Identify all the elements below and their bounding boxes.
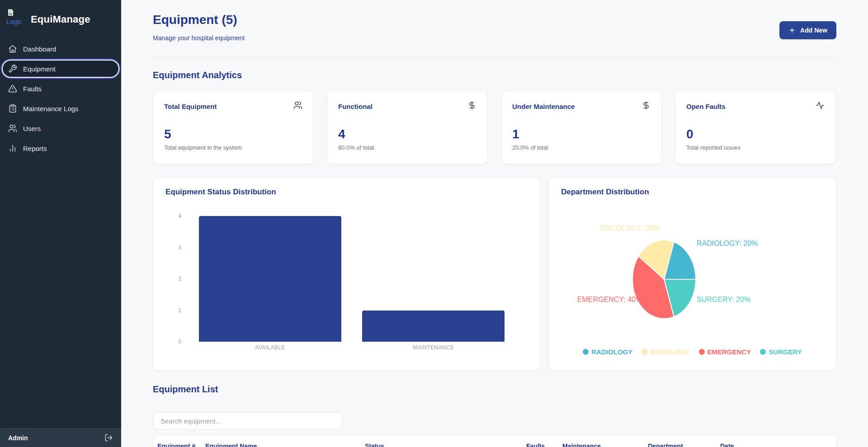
bar-available [199,216,341,342]
stat-card-value: 5 [164,128,302,141]
warning-icon [8,84,17,93]
bar-category [352,216,515,342]
y-tick-label: 2 [178,276,181,282]
bar-chart-yaxis: 01234 [153,216,181,342]
legend-label: ONCOLOGY [650,348,690,356]
dollar-icon [467,101,476,112]
add-new-label: Add New [800,27,827,34]
legend-dot [699,349,705,355]
stat-card-value: 0 [686,128,825,141]
sidebar-item-label: Dashboard [23,45,56,53]
logo-alt-text: Logo [6,18,21,25]
sidebar-item-users[interactable]: Users [2,119,119,137]
column-header[interactable]: Status [365,442,384,447]
column-header[interactable]: Maintenance [562,442,601,447]
stat-card-under-maintenance: Under Maintenance 1 20.0% of total [501,90,662,165]
legend-dot [760,349,766,355]
pie-label-oncology: ONCOLOGY: 20% [600,224,660,232]
home-icon [8,44,17,53]
x-tick-label: AVAILABLE [189,344,352,351]
sidebar-item-label: Maintenance Logs [23,105,79,113]
x-tick-label: MAINTENANCE [352,344,515,351]
sidebar-item-equipment[interactable]: Equipment [2,60,119,78]
sidebar-item-label: Faults [23,85,42,93]
stat-card-functional: Functional 4 80.0% of total [327,90,488,165]
sidebar-nav: Dashboard Equipment Faults Maintenance L… [0,40,121,159]
legend-dot [583,349,589,355]
legend-label: SURGERY [769,348,802,356]
legend-label: EMERGENCY [708,348,751,356]
page-subtitle: Manage your hospital equipment [153,34,245,42]
header-divider [153,57,836,58]
broken-image-icon [6,8,15,17]
broken-logo-image: Logo [6,8,24,31]
clipboard-icon [8,104,17,113]
legend-item-radiology[interactable]: RADIOLOGY [583,348,632,356]
logout-icon[interactable] [104,433,113,442]
column-header[interactable]: Equipment # [157,442,195,447]
app-title: EquiManage [31,14,90,25]
legend-item-surgery[interactable]: SURGERY [760,348,802,356]
pie-label-emergency: EMERGENCY: 40% [577,296,642,304]
bar-maintenance [362,311,504,342]
legend-dot [642,349,647,355]
sidebar-item-maintenance-logs[interactable]: Maintenance Logs [2,99,119,118]
analytics-section-title: Equipment Analytics [153,70,242,80]
equipment-table: Equipment #Equipment NameStatusFaultsMai… [153,435,836,447]
pie-callouts: RADIOLOGY: 20%ONCOLOGY: 20%EMERGENCY: 40… [549,178,836,370]
stat-card-subtitle: 80.0% of total [338,144,476,151]
main-content: Equipment (5) Manage your hospital equip… [121,0,868,447]
column-header[interactable]: Date [720,442,734,447]
y-tick-label: 3 [178,245,181,251]
bar-chart-icon [8,144,17,153]
bar-chart-plot [189,216,515,342]
stat-cards-row: Total Equipment 5 Total equipment in the… [153,90,836,165]
legend-item-emergency[interactable]: EMERGENCY [699,348,751,356]
legend-item-oncology[interactable]: ONCOLOGY [642,348,690,356]
equipment-list-title: Equipment List [153,384,218,395]
dollar-icon [642,101,651,112]
column-header[interactable]: Faults [526,442,545,447]
stat-card-title: Under Maintenance [512,103,575,110]
bar-chart-card: Equipment Status Distribution 01234 AVAI… [153,177,540,371]
stat-card-value: 4 [338,128,476,141]
current-user-label: Admin [8,434,28,442]
stat-card-title: Open Faults [686,103,726,110]
users-icon [293,101,302,112]
bar-chart-xlabels: AVAILABLEMAINTENANCE [189,344,515,351]
wrench-icon [8,64,17,73]
bar-category [189,216,352,342]
sidebar-item-reports[interactable]: Reports [2,139,119,157]
pie-legend: RADIOLOGYONCOLOGYEMERGENCYSURGERY [549,348,836,356]
stat-card-value: 1 [512,128,651,141]
legend-label: RADIOLOGY [591,348,632,356]
sidebar: Logo EquiManage Dashboard Equipment Faul… [0,0,121,447]
pie-label-radiology: RADIOLOGY: 20% [697,240,758,248]
sidebar-footer: Admin [0,428,121,447]
sidebar-item-label: Equipment [23,65,56,73]
stat-card-subtitle: Total reported issues [686,144,825,151]
column-header[interactable]: Equipment Name [205,442,257,447]
activity-icon [816,101,825,112]
sidebar-item-label: Reports [23,145,47,152]
stat-card-open-faults: Open Faults 0 Total reported issues [675,90,836,165]
y-tick-label: 1 [178,307,181,314]
search-input[interactable] [153,412,343,429]
sidebar-item-label: Users [23,125,41,132]
page-title: Equipment (5) [153,13,237,27]
stat-card-subtitle: Total equipment in the system [164,144,302,151]
stat-card-total-equipment: Total Equipment 5 Total equipment in the… [153,90,314,165]
add-new-button[interactable]: Add New [779,21,836,39]
logo-row: Logo EquiManage [0,0,121,35]
y-tick-label: 4 [178,213,181,219]
sidebar-item-faults[interactable]: Faults [2,80,119,98]
column-header[interactable]: Department [648,442,683,447]
pie-chart-card: Department Distribution RADIOLOGY: 20%ON… [548,177,836,371]
plus-icon [788,27,796,34]
pie-label-surgery: SURGERY: 20% [697,296,750,304]
stat-card-subtitle: 20.0% of total [512,144,651,151]
y-tick-label: 0 [178,339,181,345]
users-icon [8,124,17,133]
sidebar-item-dashboard[interactable]: Dashboard [2,40,119,58]
bar-chart-title: Equipment Status Distribution [165,188,276,197]
